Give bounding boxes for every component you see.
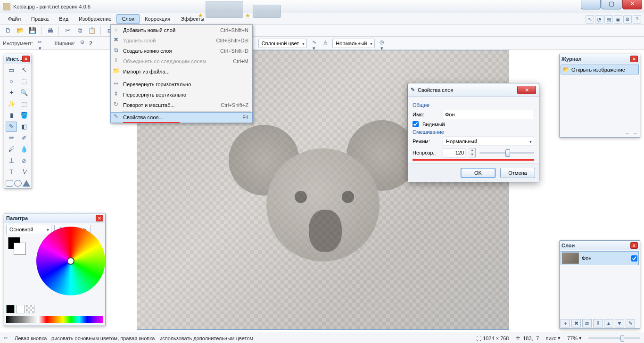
maximize-button[interactable]: ▢ [602, 0, 621, 9]
menu-item[interactable]: 📁Импорт из файла... [111, 66, 252, 77]
copy-icon[interactable]: ⧉ [74, 25, 85, 36]
menu-adjust[interactable]: Коррекция [140, 14, 175, 24]
shape-rect-icon[interactable] [6, 180, 13, 187]
tool-button[interactable]: ○ [6, 76, 17, 87]
curve-icon[interactable]: ∿ ▾ [310, 39, 318, 48]
palette-title-bar[interactable]: Палитра × [4, 213, 105, 223]
menu-item[interactable]: ↻Поворот и масштаб...Ctrl+Shift+Z [111, 100, 252, 110]
visible-checkbox[interactable] [413, 121, 419, 127]
history-title-bar[interactable]: Журнал × [560, 54, 640, 64]
panel-close-icon[interactable]: × [22, 56, 30, 62]
document-thumb[interactable] [206, 1, 243, 18]
status-units[interactable]: пикс ▾ [545, 335, 561, 341]
tool-button[interactable]: ✦ [6, 88, 17, 98]
history-item[interactable]: 📂 Открыть изображение [561, 65, 639, 74]
print-icon[interactable]: 🖶 [45, 25, 55, 36]
tool-button[interactable]: 💧 [18, 144, 30, 155]
tool-button[interactable]: ⬚ [18, 99, 30, 109]
panel-close-icon[interactable]: × [96, 215, 103, 221]
swatches[interactable] [8, 237, 27, 256]
tool-button[interactable]: ✐ [18, 133, 30, 143]
secondary-swatch[interactable] [14, 243, 26, 255]
tool-button[interactable]: ⌀ [18, 155, 30, 166]
tool-button[interactable]: 🪣 [18, 110, 30, 121]
panel-close-icon[interactable]: × [630, 56, 638, 62]
layer-name-input[interactable] [443, 110, 534, 119]
dialog-close-button[interactable]: ✕ [517, 86, 536, 94]
antialias-icon[interactable]: ◬ [321, 39, 330, 48]
menu-item[interactable]: ＋Добавить новый слойCtrl+Shift+N [111, 25, 252, 35]
panel-close-icon[interactable]: × [630, 242, 638, 249]
menu-file[interactable]: Файл [3, 14, 26, 24]
menu-item[interactable]: ⇕Перевернуть вертикально [111, 90, 252, 100]
save-icon[interactable]: 💾 [27, 25, 38, 36]
tool-button[interactable]: ▮ [6, 110, 17, 121]
tool-button[interactable]: T [6, 167, 17, 177]
redo-arrow-icon[interactable]: → [633, 131, 638, 136]
paste-icon[interactable]: 📋 [87, 25, 97, 36]
shape-triangle-icon[interactable] [23, 180, 30, 187]
tool-button[interactable]: 🔍 [18, 88, 30, 98]
history-window-icon[interactable]: ◔ [595, 15, 603, 24]
tool-button[interactable]: ⊥ [6, 155, 17, 166]
blend-mode-select[interactable]: Нормальный [443, 137, 534, 146]
recent-swatch[interactable] [16, 305, 25, 313]
layer-visible-checkbox[interactable] [631, 255, 637, 261]
help-icon[interactable]: ? [633, 15, 641, 24]
tool-button[interactable]: ⬚ [18, 76, 30, 87]
merge-down-icon[interactable]: ⇩ [593, 319, 603, 327]
tool-button[interactable]: ✨ [6, 99, 17, 109]
tool-button[interactable]: 🖊 [6, 144, 17, 155]
fill-style-combo[interactable]: Сплошной цвет [258, 39, 307, 48]
tool-button[interactable]: ∖∕ [18, 167, 30, 177]
opacity-spinner[interactable]: ▲▼ [469, 148, 476, 157]
layer-properties-icon[interactable]: ✎ [626, 319, 635, 327]
settings-icon[interactable]: ⚙ [623, 15, 632, 24]
dialog-title-bar[interactable]: ✎ Свойства слоя ✕ [408, 83, 539, 97]
add-layer-icon[interactable]: ＋ [561, 319, 570, 327]
colors-window-icon[interactable]: ◉ [614, 15, 622, 24]
layers-window-icon[interactable]: ▤ [604, 15, 613, 24]
close-button[interactable]: ✕ [622, 0, 642, 9]
tool-button[interactable]: ▭ [6, 65, 17, 75]
recent-swatch[interactable] [6, 305, 15, 313]
shape-ellipse-icon[interactable] [14, 180, 22, 187]
open-icon[interactable]: 📂 [15, 25, 25, 36]
menu-item[interactable]: ⧉Создать копию слояCtrl+Shift+D [111, 46, 252, 56]
opacity-input[interactable] [443, 148, 465, 157]
zoom-slider[interactable] [588, 337, 640, 339]
tool-button[interactable]: ✏ [6, 133, 17, 143]
undo-arrow-icon[interactable]: ← [625, 131, 630, 136]
move-up-icon[interactable]: ▲ [604, 319, 613, 327]
menu-edit[interactable]: Правка [26, 14, 54, 24]
color-wheel[interactable] [36, 227, 105, 295]
move-down-icon[interactable]: ▼ [615, 319, 624, 327]
layers-title-bar[interactable]: Слои × [560, 241, 640, 250]
alpha-icon[interactable]: ◎ ▾ [378, 39, 386, 48]
blend-mode-combo[interactable]: Нормальный [332, 39, 375, 48]
tool-button[interactable]: ◧ [18, 122, 30, 132]
pencil-icon[interactable]: ✏ ▾ [36, 39, 44, 48]
cut-icon[interactable]: ✂ [62, 25, 73, 36]
status-zoom[interactable]: 77% ▾ [567, 335, 582, 341]
ok-button[interactable]: OK [461, 168, 495, 178]
document-thumb[interactable] [253, 5, 281, 18]
tools-panel-title[interactable]: Инст... × [4, 54, 32, 64]
color-strip[interactable] [6, 316, 103, 323]
color-mode-combo[interactable]: Основной [6, 225, 51, 234]
minimize-button[interactable]: — [581, 0, 601, 9]
tools-window-icon[interactable]: ↖ [586, 15, 594, 24]
tool-button[interactable]: ✎ [6, 122, 17, 132]
menu-view[interactable]: Вид [54, 14, 74, 24]
opacity-slider[interactable] [479, 148, 534, 157]
menu-item[interactable]: ✎Свойства слоя...F4 [110, 112, 253, 122]
menu-image[interactable]: Изображение [74, 14, 116, 24]
new-icon[interactable]: 🗋 [3, 25, 13, 36]
duplicate-layer-icon[interactable]: ⧉ [582, 319, 592, 327]
menu-layers[interactable]: Слои [116, 14, 140, 24]
cancel-button[interactable]: Отмена [500, 168, 535, 178]
layer-row[interactable]: Фон [561, 251, 639, 265]
minus-icon[interactable]: ⊖ [78, 39, 87, 48]
delete-layer-icon[interactable]: ✖ [571, 319, 581, 327]
tool-button[interactable]: ↖ [18, 65, 30, 75]
